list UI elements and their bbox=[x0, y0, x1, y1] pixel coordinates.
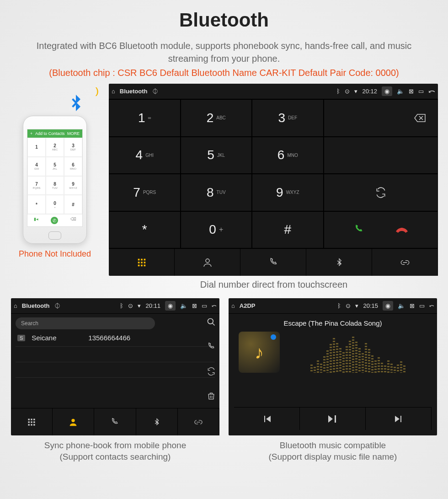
contact-letter: S bbox=[17, 335, 25, 341]
keypad-tab-icon[interactable] bbox=[109, 249, 175, 276]
dial-key-7[interactable]: 7PQRS bbox=[109, 174, 181, 211]
history-tab-icon[interactable] bbox=[94, 408, 136, 435]
phone-key: 4GHI bbox=[27, 157, 46, 176]
bluetooth-tab-icon[interactable] bbox=[306, 249, 372, 276]
music-statusbar: ⌂ A2DP ᛒ ⊙ ▾ 20:15 ◉ 🔈 ⊠ ▭ ⤺ bbox=[229, 298, 437, 314]
contact-row[interactable]: S Seicane 13566664466 bbox=[16, 329, 215, 347]
call-button[interactable] bbox=[353, 224, 365, 236]
phone-add-text: Add to Contacts bbox=[35, 131, 64, 136]
wifi-icon: ▾ bbox=[354, 88, 357, 95]
svg-rect-1 bbox=[141, 258, 143, 260]
music-section: ⌂ A2DP ᛒ ⊙ ▾ 20:15 ◉ 🔈 ⊠ ▭ ⤺ Escape (The… bbox=[229, 298, 437, 462]
music-caption: Bluetooth music compatible (Support disp… bbox=[229, 440, 437, 462]
svg-point-10 bbox=[208, 319, 213, 324]
search-input[interactable]: Search bbox=[16, 317, 155, 329]
svg-rect-19 bbox=[33, 424, 35, 425]
svg-rect-18 bbox=[31, 424, 32, 425]
location-icon: ⊙ bbox=[128, 302, 133, 309]
home-icon[interactable]: ⌂ bbox=[112, 88, 115, 95]
backspace-icon: ⌫ bbox=[70, 217, 76, 224]
dial-key-8[interactable]: 8TUV bbox=[181, 174, 252, 211]
red-spec-line: (Bluetooth chip : CSR BC6 Default Blueto… bbox=[5, 68, 443, 78]
dial-key-*[interactable]: * bbox=[109, 211, 181, 249]
media-controls bbox=[234, 407, 432, 430]
close-icon[interactable]: ⊠ bbox=[409, 88, 414, 95]
dial-key-5[interactable]: 5JKL bbox=[181, 137, 252, 174]
phone-key: 5JKL bbox=[46, 157, 64, 176]
dial-key-2[interactable]: 2ABC bbox=[181, 99, 252, 137]
redial-button[interactable] bbox=[324, 174, 438, 211]
location-icon: ⊙ bbox=[345, 88, 350, 95]
svg-rect-14 bbox=[28, 421, 30, 423]
camera-icon[interactable]: ◉ bbox=[165, 301, 176, 311]
pair-tab-icon[interactable] bbox=[372, 249, 438, 276]
volume-icon[interactable]: 🔈 bbox=[397, 88, 404, 95]
prev-button[interactable] bbox=[234, 408, 300, 430]
svg-rect-3 bbox=[138, 262, 139, 263]
phone-key: 1 bbox=[27, 138, 46, 157]
phone-key: 2ABC bbox=[46, 138, 64, 157]
page-title: Bluetooth bbox=[5, 9, 443, 31]
dial-key-#[interactable]: # bbox=[252, 211, 324, 249]
phone-key: # bbox=[64, 195, 82, 214]
recents-icon[interactable]: ▭ bbox=[418, 88, 424, 95]
contact-row-empty bbox=[16, 347, 215, 362]
usb-icon: ⏀ bbox=[152, 88, 158, 95]
dial-key-6[interactable]: 6MNO bbox=[252, 137, 324, 174]
phone-key: 8TUV bbox=[46, 176, 64, 195]
backspace-button[interactable] bbox=[324, 99, 438, 137]
contacts-nav bbox=[11, 408, 219, 435]
dialpad-grid: 1∞2ABC3DEF4GHI5JKL6MNO7PQRS8TUV9WXYZ*0+# bbox=[109, 99, 438, 248]
history-tab-icon[interactable] bbox=[240, 249, 306, 276]
call-controls[interactable] bbox=[324, 211, 438, 249]
smartphone-device: + Add to Contacts MORE 12ABC3DEF4GHI5JKL… bbox=[23, 116, 87, 244]
recents-icon[interactable]: ▭ bbox=[202, 302, 207, 309]
dial-key-3[interactable]: 3DEF bbox=[252, 99, 324, 137]
pair-tab-icon[interactable] bbox=[178, 408, 219, 435]
dial-key-4[interactable]: 4GHI bbox=[109, 137, 181, 174]
video-call-icon: ▮◂ bbox=[34, 217, 38, 224]
dial-key-1[interactable]: 1∞ bbox=[109, 99, 181, 137]
search-icon[interactable] bbox=[207, 317, 216, 327]
phone-key: * bbox=[27, 195, 46, 214]
camera-icon[interactable]: ◉ bbox=[383, 301, 393, 311]
contacts-statusbar: ⌂ Bluetooth ⏀ ᛒ ⊙ ▾ 20:11 ◉ 🔈 ⊠ ▭ ⤺ bbox=[11, 298, 219, 314]
home-icon[interactable]: ⌂ bbox=[14, 302, 17, 309]
keypad-tab-icon[interactable] bbox=[11, 408, 53, 435]
call-icon[interactable] bbox=[207, 342, 216, 351]
contacts-tab-icon[interactable] bbox=[53, 408, 94, 435]
close-icon[interactable]: ⊠ bbox=[410, 302, 415, 309]
recents-icon[interactable]: ▭ bbox=[419, 302, 425, 309]
contacts-tab-icon[interactable] bbox=[175, 249, 240, 276]
dial-key-0[interactable]: 0+ bbox=[181, 211, 252, 249]
dialer-nav bbox=[109, 248, 438, 276]
back-icon[interactable]: ⤺ bbox=[428, 86, 435, 97]
volume-icon[interactable]: 🔈 bbox=[398, 302, 405, 309]
close-icon[interactable]: ⊠ bbox=[192, 302, 197, 309]
contacts-panel: ⌂ Bluetooth ⏀ ᛒ ⊙ ▾ 20:11 ◉ 🔈 ⊠ ▭ ⤺ bbox=[11, 298, 219, 435]
home-icon[interactable]: ⌂ bbox=[231, 302, 235, 309]
next-button[interactable] bbox=[366, 408, 432, 430]
svg-rect-5 bbox=[144, 262, 145, 263]
contact-name: Seicane bbox=[32, 334, 82, 342]
statusbar-time: 20:12 bbox=[362, 88, 377, 95]
statusbar-time: 20:11 bbox=[145, 302, 160, 309]
back-icon[interactable]: ⤺ bbox=[212, 302, 217, 309]
dial-key-9[interactable]: 9WXYZ bbox=[252, 174, 324, 211]
track-title: Escape (The Pina Colada Song) bbox=[283, 319, 382, 327]
contacts-body: Search S Seicane 13566664466 bbox=[11, 314, 219, 408]
sync-icon[interactable] bbox=[207, 367, 216, 376]
play-pause-button[interactable] bbox=[300, 408, 366, 430]
svg-rect-7 bbox=[141, 264, 143, 266]
camera-icon[interactable]: ◉ bbox=[382, 86, 392, 96]
hangup-button[interactable] bbox=[395, 225, 409, 234]
bluetooth-tab-icon[interactable] bbox=[136, 408, 178, 435]
bluetooth-small-icon: ᛒ bbox=[336, 88, 340, 95]
empty-cell bbox=[324, 137, 438, 174]
volume-icon[interactable]: 🔈 bbox=[180, 302, 187, 309]
contact-row-empty bbox=[16, 362, 215, 378]
delete-icon[interactable] bbox=[207, 392, 216, 401]
back-icon[interactable]: ⤺ bbox=[429, 302, 434, 309]
dialer-statusbar: ⌂ Bluetooth ⏀ ᛒ ⊙ ▾ 20:12 ◉ 🔈 ⊠ ▭ ⤺ bbox=[109, 84, 438, 99]
phone-key: 6MNO bbox=[64, 157, 82, 176]
